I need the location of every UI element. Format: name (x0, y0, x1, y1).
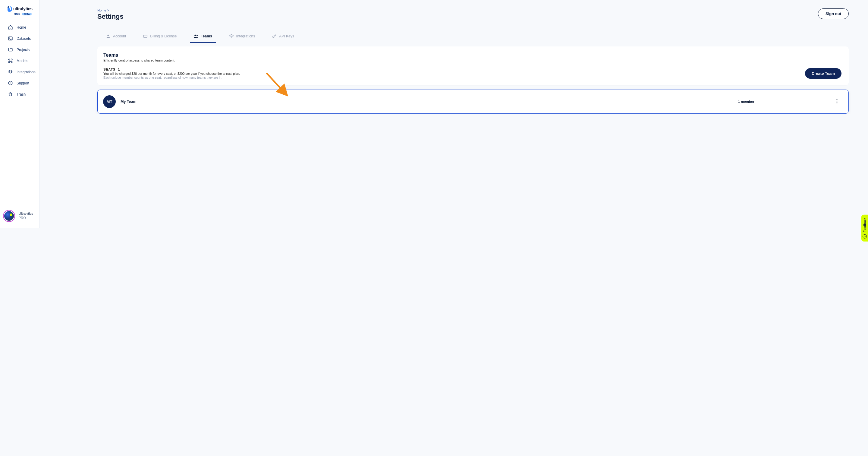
command-icon (8, 58, 13, 63)
beta-badge: BETA (22, 13, 32, 16)
sidebar-item-label: Projects (17, 48, 30, 52)
svg-point-10 (836, 98, 837, 99)
tab-apikeys[interactable]: API Keys (271, 32, 295, 43)
logo-sub: HUB (14, 12, 21, 16)
team-icon (193, 34, 198, 38)
sidebar: ultralytics HUB BETA Home Datasets (0, 0, 39, 228)
image-icon (8, 36, 13, 41)
breadcrumb-sep: > (107, 8, 109, 12)
team-members: 1 member (738, 100, 754, 104)
sidebar-item-home[interactable]: Home (0, 22, 39, 33)
tabs: Account Billing & License Teams (97, 32, 849, 43)
pricing-note: You will be charged $20 per month for ev… (103, 72, 240, 76)
help-icon (8, 81, 13, 86)
tab-billing[interactable]: Billing & License (142, 32, 178, 43)
sidebar-item-integrations[interactable]: Integrations (0, 67, 39, 77)
tab-account[interactable]: Account (104, 32, 127, 43)
svg-point-5 (107, 35, 109, 36)
tab-label: API Keys (279, 34, 294, 38)
team-name: My Team (121, 99, 136, 104)
svg-point-2 (9, 38, 10, 38)
home-icon (8, 25, 13, 30)
sign-out-button[interactable]: Sign out (818, 8, 849, 19)
sidebar-item-datasets[interactable]: Datasets (0, 33, 39, 44)
tab-label: Account (113, 34, 126, 38)
more-button[interactable] (833, 97, 841, 106)
sidebar-item-label: Models (17, 59, 28, 63)
breadcrumb-home[interactable]: Home (97, 8, 106, 12)
sidebar-item-label: Home (17, 25, 26, 30)
svg-point-7 (195, 35, 196, 36)
team-row[interactable]: MT My Team 1 member (97, 90, 849, 114)
tab-label: Billing & License (150, 34, 177, 38)
avatar (3, 210, 15, 222)
trash-icon (8, 92, 13, 97)
user-menu[interactable]: Ultralytics PRO (0, 206, 39, 228)
tab-integrations[interactable]: Integrations (228, 32, 256, 43)
tab-label: Integrations (236, 34, 255, 38)
key-icon (272, 34, 277, 38)
svg-rect-6 (144, 35, 147, 37)
sidebar-item-label: Trash (17, 92, 26, 96)
main: Home > Settings Sign out Account (39, 0, 868, 114)
svg-point-9 (273, 36, 274, 37)
logo-text: ultralytics (13, 6, 33, 11)
card-icon (143, 34, 148, 38)
user-plan: PRO (19, 216, 33, 220)
folder-icon (8, 47, 13, 52)
user-name: Ultralytics (19, 212, 33, 216)
sidebar-item-label: Datasets (17, 36, 31, 41)
sidebar-item-projects[interactable]: Projects (0, 44, 39, 55)
sidebar-item-trash[interactable]: Trash (0, 89, 39, 99)
more-vertical-icon (836, 98, 838, 105)
nav: Home Datasets Projects Models (0, 20, 39, 102)
svg-point-12 (836, 102, 837, 103)
sidebar-item-label: Integrations (17, 70, 36, 74)
sidebar-item-support[interactable]: Support (0, 78, 39, 88)
svg-point-11 (836, 101, 837, 101)
layers-icon (8, 69, 13, 75)
tab-teams[interactable]: Teams (192, 32, 213, 43)
breadcrumb: Home > (97, 8, 124, 12)
layers-icon (229, 34, 234, 38)
svg-point-8 (196, 35, 198, 36)
logo[interactable]: ultralytics HUB BETA (0, 5, 39, 20)
card-title: Teams (103, 53, 841, 58)
teams-card: Teams Efficiently control access to shar… (97, 47, 849, 85)
sidebar-item-models[interactable]: Models (0, 56, 39, 66)
feedback-label: Feedback (863, 218, 867, 228)
logo-icon (7, 5, 12, 12)
pricing-sub: Each unique member counts as one seat, r… (103, 76, 240, 79)
feedback-tab[interactable]: Feedback ☺ (861, 215, 868, 228)
seats-label: SEATS: 1 (103, 67, 240, 71)
svg-point-4 (10, 84, 10, 84)
user-icon (106, 34, 111, 38)
sidebar-item-label: Support (17, 81, 29, 85)
tab-label: Teams (201, 34, 212, 38)
team-avatar: MT (103, 95, 116, 108)
card-subtitle: Efficiently control access to shared tea… (103, 58, 841, 62)
page-title: Settings (97, 13, 124, 21)
create-team-button[interactable]: Create Team (805, 68, 841, 79)
